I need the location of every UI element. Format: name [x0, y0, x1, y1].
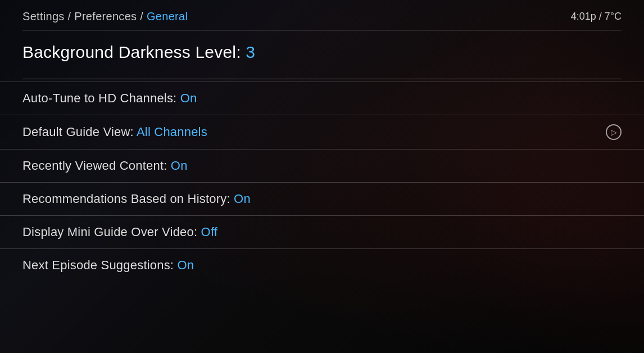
setting-item-default-guide[interactable]: Default Guide View: All Channels▷: [0, 115, 644, 149]
breadcrumb-settings[interactable]: Settings: [22, 10, 65, 22]
setting-label-next-episode: Next Episode Suggestions: On: [22, 258, 194, 273]
setting-value-next-episode: On: [177, 258, 194, 272]
main-content: Settings / Preferences / General 4:01p /…: [0, 0, 644, 353]
setting-label-recommendations: Recommendations Based on History: On: [22, 192, 251, 206]
darkness-label-text: Background Darkness Level:: [22, 43, 241, 61]
setting-value-mini-guide: Off: [201, 225, 218, 239]
setting-label-default-guide: Default Guide View: All Channels: [22, 125, 207, 139]
chevron-right-icon[interactable]: ▷: [606, 124, 622, 140]
darkness-value[interactable]: 3: [246, 43, 255, 61]
setting-value-recently-viewed: On: [171, 159, 188, 173]
breadcrumb-general: General: [147, 10, 188, 22]
setting-item-next-episode[interactable]: Next Episode Suggestions: On: [0, 248, 644, 282]
header: Settings / Preferences / General 4:01p /…: [0, 0, 644, 23]
setting-label-recently-viewed: Recently Viewed Content: On: [22, 159, 188, 173]
settings-list: Auto-Tune to HD Channels: OnDefault Guid…: [0, 82, 644, 282]
setting-value-auto-tune: On: [180, 91, 197, 105]
setting-item-auto-tune[interactable]: Auto-Tune to HD Channels: On: [0, 82, 644, 115]
status-display: 4:01p / 7°C: [571, 11, 622, 22]
setting-item-recently-viewed[interactable]: Recently Viewed Content: On: [0, 149, 644, 182]
darkness-label: Background Darkness Level: 3: [22, 43, 622, 62]
setting-value-default-guide: All Channels: [137, 125, 207, 139]
setting-value-recommendations: On: [234, 192, 251, 206]
setting-label-auto-tune: Auto-Tune to HD Channels: On: [22, 91, 197, 106]
second-divider: [22, 79, 622, 79]
setting-item-mini-guide[interactable]: Display Mini Guide Over Video: Off: [0, 215, 644, 248]
breadcrumb-sep2: /: [140, 10, 147, 22]
breadcrumb-sep1: /: [68, 10, 75, 22]
setting-label-mini-guide: Display Mini Guide Over Video: Off: [22, 225, 217, 239]
breadcrumb-preferences[interactable]: Preferences: [74, 10, 137, 22]
setting-item-recommendations[interactable]: Recommendations Based on History: On: [0, 182, 644, 215]
breadcrumb: Settings / Preferences / General: [22, 10, 188, 23]
darkness-section: Background Darkness Level: 3: [0, 30, 644, 72]
